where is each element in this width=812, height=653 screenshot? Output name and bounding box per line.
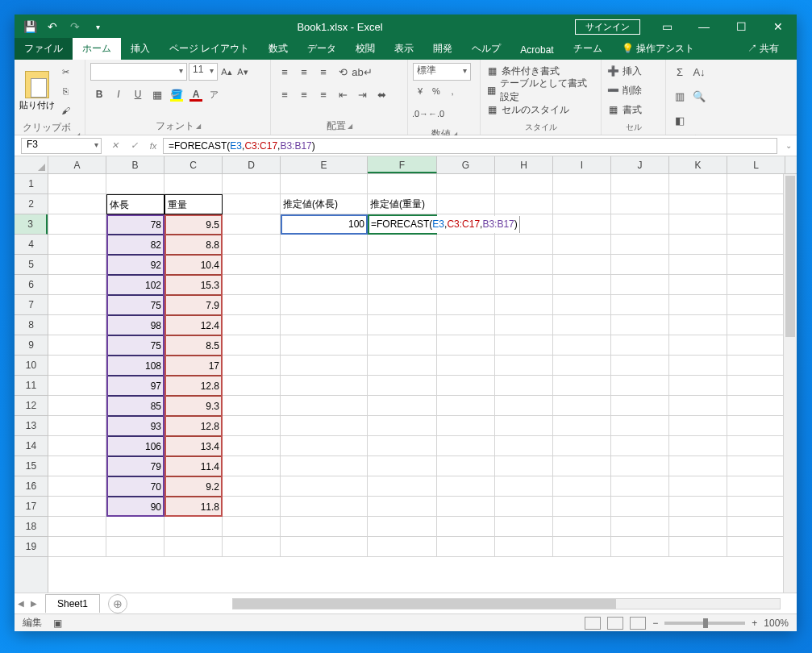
tab-team[interactable]: チーム bbox=[564, 38, 612, 60]
cut-icon[interactable]: ✂ bbox=[58, 63, 73, 81]
cell-K12[interactable] bbox=[669, 396, 727, 416]
cell-E1[interactable] bbox=[281, 174, 368, 194]
cell-L4[interactable] bbox=[727, 235, 785, 255]
fx-icon[interactable]: fx bbox=[144, 136, 163, 156]
cell-A10[interactable] bbox=[48, 356, 106, 376]
name-box[interactable]: F3 bbox=[21, 138, 102, 154]
cell-K16[interactable] bbox=[669, 476, 727, 497]
row-header-11[interactable]: 11 bbox=[15, 376, 48, 396]
cell-G17[interactable] bbox=[437, 497, 495, 517]
cell-styles-button[interactable]: ▦セルのスタイル bbox=[485, 102, 569, 118]
cell-C3[interactable]: 9.5 bbox=[164, 214, 223, 235]
tab-acrobat[interactable]: Acrobat bbox=[510, 40, 563, 60]
cell-F18[interactable] bbox=[368, 517, 437, 537]
page-break-view-icon[interactable] bbox=[630, 617, 646, 630]
cell-J14[interactable] bbox=[611, 436, 669, 456]
cell-I19[interactable] bbox=[553, 537, 611, 557]
cell-E17[interactable] bbox=[281, 497, 368, 517]
percent-icon[interactable]: % bbox=[429, 82, 443, 100]
cell-H5[interactable] bbox=[495, 255, 553, 275]
increase-font-icon[interactable]: A▴ bbox=[219, 63, 234, 81]
close-icon[interactable]: ✕ bbox=[760, 15, 797, 39]
qat-dropdown-icon[interactable]: ▾ bbox=[90, 19, 105, 34]
cell-D18[interactable] bbox=[223, 517, 281, 537]
cell-B18[interactable] bbox=[106, 517, 164, 537]
cell-K3[interactable] bbox=[669, 214, 727, 235]
cell-F13[interactable] bbox=[368, 416, 437, 436]
cell-B4[interactable]: 82 bbox=[106, 235, 164, 255]
cell-E11[interactable] bbox=[281, 376, 368, 396]
cell-D6[interactable] bbox=[223, 275, 281, 295]
align-middle-icon[interactable]: ≡ bbox=[295, 63, 313, 81]
cell-H10[interactable] bbox=[495, 356, 553, 376]
cell-K6[interactable] bbox=[669, 275, 727, 295]
cell-C16[interactable]: 9.2 bbox=[164, 476, 223, 497]
cell-L3[interactable] bbox=[727, 214, 785, 235]
number-format-combo[interactable]: 標準 bbox=[413, 63, 471, 81]
cell-K17[interactable] bbox=[669, 497, 727, 517]
page-layout-view-icon[interactable] bbox=[607, 617, 623, 630]
cell-K11[interactable] bbox=[669, 376, 727, 396]
cell-H1[interactable] bbox=[495, 174, 553, 194]
cell-E12[interactable] bbox=[281, 396, 368, 416]
delete-cells-button[interactable]: ➖削除 bbox=[606, 82, 642, 98]
cell-H7[interactable] bbox=[495, 295, 553, 315]
signin-button[interactable]: サインイン bbox=[575, 19, 640, 35]
row-header-4[interactable]: 4 bbox=[15, 235, 48, 255]
col-header-K[interactable]: K bbox=[669, 156, 727, 173]
cell-A3[interactable] bbox=[48, 214, 106, 235]
cells[interactable]: 体長重量推定値(体長)推定値(重量)789.5100828.89210.4102… bbox=[48, 174, 797, 593]
cell-D5[interactable] bbox=[223, 255, 281, 275]
paste-button[interactable]: 貼り付け bbox=[19, 71, 55, 111]
row-header-12[interactable]: 12 bbox=[15, 396, 48, 416]
wrap-text-icon[interactable]: ab↵ bbox=[353, 63, 371, 81]
cell-K4[interactable] bbox=[669, 235, 727, 255]
cell-H13[interactable] bbox=[495, 416, 553, 436]
horizontal-scrollbar[interactable] bbox=[232, 598, 781, 609]
cell-B16[interactable]: 70 bbox=[106, 476, 164, 497]
cell-F4[interactable] bbox=[368, 235, 437, 255]
cell-G12[interactable] bbox=[437, 396, 495, 416]
formula-expand-icon[interactable]: ⌄ bbox=[785, 141, 792, 150]
cell-I9[interactable] bbox=[553, 335, 611, 356]
cell-L10[interactable] bbox=[727, 356, 785, 376]
sheet-tab[interactable]: Sheet1 bbox=[45, 594, 100, 613]
align-launcher-icon[interactable]: ◢ bbox=[348, 123, 352, 130]
cell-I2[interactable] bbox=[553, 194, 611, 214]
col-header-J[interactable]: J bbox=[611, 156, 669, 173]
cell-D7[interactable] bbox=[223, 295, 281, 315]
cell-E8[interactable] bbox=[281, 315, 368, 335]
cell-A14[interactable] bbox=[48, 436, 106, 456]
tab-home[interactable]: ホーム bbox=[73, 38, 121, 60]
cell-B12[interactable]: 85 bbox=[106, 396, 164, 416]
cell-J9[interactable] bbox=[611, 335, 669, 356]
cell-L7[interactable] bbox=[727, 295, 785, 315]
cell-G9[interactable] bbox=[437, 335, 495, 356]
cell-F7[interactable] bbox=[368, 295, 437, 315]
copy-icon[interactable]: ⎘ bbox=[58, 82, 73, 100]
cell-C4[interactable]: 8.8 bbox=[164, 235, 223, 255]
cell-F17[interactable] bbox=[368, 497, 437, 517]
cell-J8[interactable] bbox=[611, 315, 669, 335]
cell-D14[interactable] bbox=[223, 436, 281, 456]
cell-B9[interactable]: 75 bbox=[106, 335, 164, 356]
align-bottom-icon[interactable]: ≡ bbox=[314, 63, 332, 81]
minimize-icon[interactable]: — bbox=[685, 15, 722, 39]
tab-prev-icon[interactable]: ◀ bbox=[15, 599, 27, 608]
decrease-font-icon[interactable]: A▾ bbox=[235, 63, 250, 81]
font-launcher-icon[interactable]: ◢ bbox=[196, 123, 201, 130]
cell-C5[interactable]: 10.4 bbox=[164, 255, 223, 275]
cell-J13[interactable] bbox=[611, 416, 669, 436]
underline-icon[interactable]: U bbox=[129, 85, 147, 103]
cell-I14[interactable] bbox=[553, 436, 611, 456]
cell-B6[interactable]: 102 bbox=[106, 275, 164, 295]
cell-K15[interactable] bbox=[669, 456, 727, 476]
align-center-icon[interactable]: ≡ bbox=[295, 85, 313, 103]
spreadsheet-grid[interactable]: ABCDEFGHIJKL 123456789101112131415161718… bbox=[15, 156, 797, 593]
cell-G5[interactable] bbox=[437, 255, 495, 275]
cell-C8[interactable]: 12.4 bbox=[164, 315, 223, 335]
cell-L13[interactable] bbox=[727, 416, 785, 436]
cell-H4[interactable] bbox=[495, 235, 553, 255]
cell-E14[interactable] bbox=[281, 436, 368, 456]
cell-C14[interactable]: 13.4 bbox=[164, 436, 223, 456]
